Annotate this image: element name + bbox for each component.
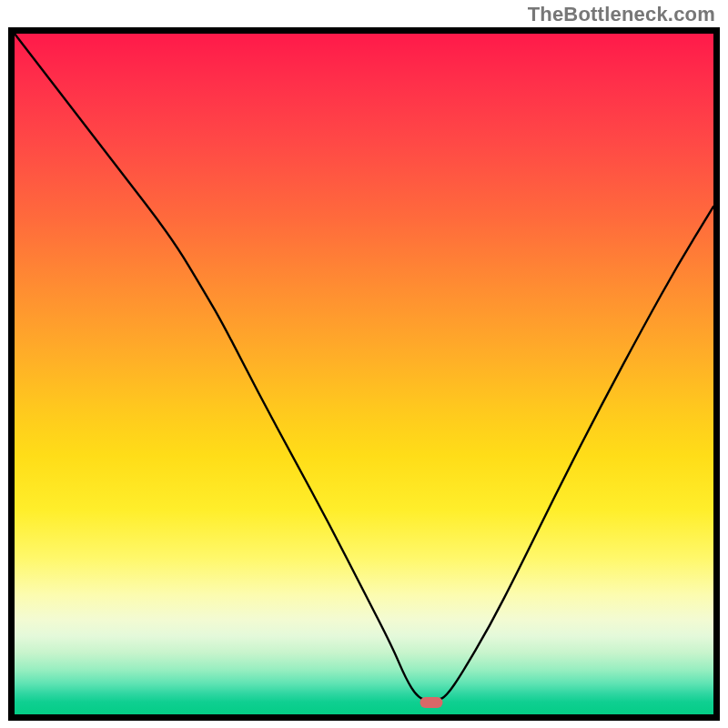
plot-area xyxy=(15,34,713,714)
chart-container: TheBottleneck.com xyxy=(0,0,728,728)
plot-frame xyxy=(8,27,720,721)
watermark-text: TheBottleneck.com xyxy=(528,3,715,26)
optimal-point-marker xyxy=(420,697,442,708)
bottleneck-curve xyxy=(15,34,713,714)
